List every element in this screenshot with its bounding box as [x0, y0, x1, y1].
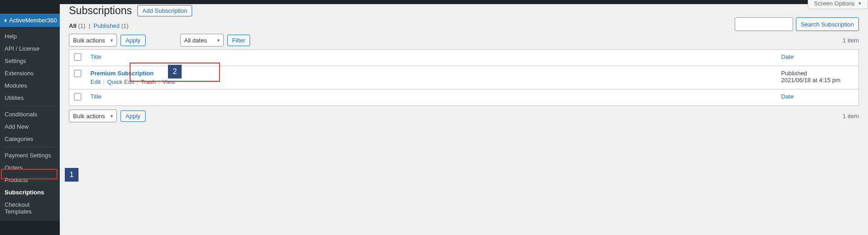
search-input[interactable]: [735, 17, 793, 31]
column-date[interactable]: Date: [777, 50, 859, 66]
sidebar-item-orders[interactable]: Orders: [0, 162, 60, 174]
search-subscription-button[interactable]: Search Subscription: [796, 17, 859, 31]
chevron-down-icon: ▼: [858, 1, 862, 6]
plugin-icon: [5, 19, 6, 22]
sidebar-submenu: Help API / License Settings Extensions M…: [0, 27, 60, 221]
sidebar-item-checkout-templates[interactable]: Checkout Templates: [0, 198, 60, 218]
items-count-bottom: 1 item: [843, 113, 859, 120]
sidebar-item-help[interactable]: Help: [0, 30, 60, 42]
view-link[interactable]: View: [162, 78, 175, 85]
trash-link[interactable]: Trash: [141, 78, 156, 85]
sidebar-item-add-new[interactable]: Add New: [0, 120, 60, 133]
admin-sidebar: ActiveMember360 Help API / License Setti…: [0, 0, 60, 235]
bulk-actions-select[interactable]: Bulk actions: [69, 34, 117, 47]
sidebar-item-utilities[interactable]: Utilities: [0, 92, 60, 104]
apply-button[interactable]: Apply: [120, 35, 146, 46]
search-box: Search Subscription: [735, 17, 859, 31]
sidebar-section-label: ActiveMember360: [9, 17, 57, 24]
sidebar-item-settings[interactable]: Settings: [0, 55, 60, 67]
page-title: Subscriptions: [69, 5, 132, 17]
sidebar-item-conditionals[interactable]: Conditionals: [0, 108, 60, 120]
sidebar-item-api-license[interactable]: API / License: [0, 42, 60, 55]
tablenav-bottom: Bulk actions Apply 1 item: [69, 110, 859, 122]
bulk-actions-select-bottom[interactable]: Bulk actions: [69, 110, 117, 122]
sidebar-item-products[interactable]: Products: [0, 174, 60, 186]
add-subscription-button[interactable]: Add Subscription: [137, 5, 192, 16]
row-checkbox[interactable]: [74, 70, 81, 77]
filter-all[interactable]: All (1): [69, 22, 87, 29]
sidebar-item-extensions[interactable]: Extensions: [0, 67, 60, 79]
sidebar-item-subscriptions[interactable]: Subscriptions: [0, 186, 60, 198]
row-timestamp: 2021/06/18 at 4:15 pm: [781, 77, 854, 84]
sidebar-item-categories[interactable]: Categories: [0, 133, 60, 145]
quick-edit-link[interactable]: Quick Edit: [107, 78, 134, 85]
select-all-checkbox[interactable]: [74, 53, 81, 61]
screen-options-toggle[interactable]: Screen Options ▼: [808, 0, 868, 9]
page-header: Subscriptions Add Subscription: [69, 5, 859, 17]
apply-button-bottom[interactable]: Apply: [120, 110, 146, 122]
divider: [5, 147, 55, 147]
subscription-title-link[interactable]: Premium Subscription: [90, 70, 154, 77]
sidebar-section-activemember360[interactable]: ActiveMember360: [0, 14, 60, 27]
annotation-callout-1: 1: [65, 168, 78, 182]
screen-options-label: Screen Options: [814, 0, 855, 7]
divider: [5, 106, 55, 106]
filter-button[interactable]: Filter: [227, 35, 251, 46]
row-status: Published: [781, 70, 854, 77]
main-content: Screen Options ▼ Subscriptions Add Subsc…: [60, 0, 868, 235]
annotation-callout-2: 2: [168, 65, 182, 78]
sidebar-item-modules[interactable]: Modules: [0, 79, 60, 92]
table-row: Premium Subscription Edit | Quick Edit |…: [69, 66, 859, 89]
edit-link[interactable]: Edit: [90, 78, 100, 85]
date-filter-select[interactable]: All dates: [180, 34, 224, 47]
sidebar-item-payment-settings[interactable]: Payment Settings: [0, 149, 60, 162]
column-title-footer[interactable]: Title: [86, 89, 777, 106]
column-title[interactable]: Title: [86, 50, 777, 66]
tablenav-top: Bulk actions Apply All dates Filter 1 it…: [69, 34, 859, 47]
filter-published[interactable]: Published (1): [94, 22, 129, 29]
items-count: 1 item: [843, 37, 859, 44]
select-all-checkbox-bottom[interactable]: [74, 93, 81, 100]
subscriptions-table: Title Date Premium Subscription Edit | Q…: [69, 49, 859, 106]
column-date-footer[interactable]: Date: [777, 89, 859, 106]
row-actions: Edit | Quick Edit | Trash | View: [90, 78, 772, 85]
